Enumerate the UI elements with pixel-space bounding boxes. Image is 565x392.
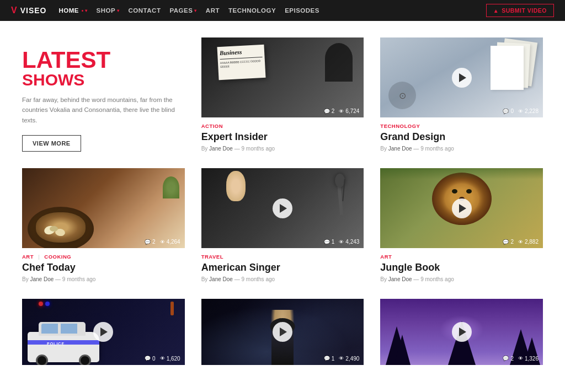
cards-row-2: 💬 2 👁 4,264 ART | COOKING Chef Today By … [22,168,543,282]
hero-description: Far far away, behind the word mountains,… [22,95,185,125]
card-title-grand-design[interactable]: Grand Design [380,131,543,143]
comment-icon-spy: 💬 [324,356,330,361]
play-button-police[interactable] [93,322,113,342]
nav-contact-label: CONTACT [129,7,161,14]
comment-count-jungle: 💬 2 [503,239,514,245]
view-count-spy: 👁 2,490 [339,356,359,362]
active-dot [82,10,83,12]
view-count-police: 👁 1,620 [160,356,180,362]
card-jungle-book: 💬 2 👁 2,882 ART Jungle Book By Jane Doe … [380,168,543,282]
card-meta-american-singer: By Jane Doe — 9 months ago [201,276,364,282]
card-title-american-singer[interactable]: American Singer [201,262,364,274]
nav-art[interactable]: ART [206,7,220,14]
comment-icon-forest: 💬 [503,356,509,361]
card-author-american-singer: Jane Doe [209,276,233,282]
eye-icon-spy: 👁 [339,356,344,361]
home-caret: ▾ [85,8,88,13]
nav-contact[interactable]: CONTACT [129,7,161,14]
nav-home-label: HOME [58,7,79,14]
nav-shop[interactable]: SHOP ▾ [96,7,119,14]
main-content: LATEST SHOWS Far far away, behind the wo… [0,21,565,392]
play-overlay-american-singer [201,168,364,248]
card-title-expert-insider[interactable]: Expert Insider [201,131,364,143]
nav-pages[interactable]: PAGES ▾ [169,7,196,14]
nav-technology[interactable]: TECHNOLOGY [228,7,276,14]
comment-count-spy: 💬 1 [324,356,335,362]
card-meta-jungle-book: By Jane Doe — 9 months ago [380,276,543,282]
card-category-grand-design: TECHNOLOGY [380,123,543,129]
nav-technology-label: TECHNOLOGY [228,7,276,14]
comment-count-singer: 💬 1 [324,239,335,245]
logo[interactable]: V VISEO [11,6,46,15]
thumb-stats-expert-insider: 💬 2 👁 6,724 [324,108,360,114]
comment-count-forest: 💬 2 [503,356,514,362]
card-category-chef-today: ART | COOKING [22,254,185,260]
card-expert-insider: Business AAAAA BBBBB CCCCC DDDDD EEEEE 💬… [201,37,364,152]
card-title-chef-today[interactable]: Chef Today [22,262,185,274]
comment-icon-jungle: 💬 [503,239,509,245]
upload-icon: ▲ [493,8,499,14]
play-overlay-police [22,299,185,365]
card-meta-expert-insider: By Jane Doe — 9 months ago [201,146,364,152]
play-button-grand-design[interactable] [452,68,472,88]
comment-count-police: 💬 0 [145,356,156,362]
comment-icon-police: 💬 [145,356,151,361]
view-count-jungle: 👁 2,882 [518,239,539,245]
cards-row-3: POLICE 💬 0 [22,299,543,365]
thumb-stats-forest: 💬 2 👁 1,326 [503,356,539,362]
navbar: V VISEO HOME ▾ SHOP ▾ CONTACT PAGES ▾ AR… [0,0,565,21]
nav-episodes[interactable]: EPISODES [285,7,319,14]
card-american-singer: 💬 1 👁 4,243 TRAVEL American Singer By Ja… [201,168,364,282]
card-time-grand-design: 9 months ago [420,146,454,152]
play-overlay-grand-design [380,37,543,117]
nav-links: HOME ▾ SHOP ▾ CONTACT PAGES ▾ ART TECHNO… [58,7,319,14]
thumb-stats-chef-today: 💬 2 👁 4,264 [145,239,180,245]
submit-video-button[interactable]: ▲ Submit Video [486,4,554,17]
play-overlay-expert-insider [201,37,364,117]
card-thumb-grand-design[interactable]: ⊙ 💬 0 👁 2,228 [380,37,543,117]
top-section: LATEST SHOWS Far far away, behind the wo… [22,37,543,152]
eye-icon-forest: 👁 [518,356,523,361]
play-button-forest[interactable] [452,322,472,342]
card-time-american-singer: 9 months ago [241,276,275,282]
card-author-chef-today: Jane Doe [30,276,54,282]
card-title-jungle-book[interactable]: Jungle Book [380,262,543,274]
card-thumb-expert-insider[interactable]: Business AAAAA BBBBB CCCCC DDDDD EEEEE 💬… [201,37,364,117]
card-meta-grand-design: By Jane Doe — 9 months ago [380,146,543,152]
nav-art-label: ART [206,7,220,14]
hero-shows: SHOWS [22,72,185,88]
card-thumb-police-show[interactable]: POLICE 💬 0 [22,299,185,365]
play-button-spy[interactable] [273,322,292,342]
nav-shop-label: SHOP [96,7,115,14]
pages-caret: ▾ [194,8,197,13]
comment-count: 💬 2 [324,108,335,114]
card-thumb-american-singer[interactable]: 💬 1 👁 4,243 [201,168,364,248]
card-category-expert-insider: ACTION [201,123,364,129]
eye-icon: 👁 [339,109,344,114]
shop-caret: ▾ [117,8,120,13]
hero-section: LATEST SHOWS Far far away, behind the wo… [22,37,185,152]
card-grand-design: ⊙ 💬 0 👁 2,228 TECHNOLOGY [380,37,543,152]
nav-pages-label: PAGES [169,7,193,14]
card-thumb-chef-today[interactable]: 💬 2 👁 4,264 [22,168,185,248]
view-count-singer: 👁 4,243 [339,239,359,245]
play-button-jungle-book[interactable] [452,198,472,218]
card-thumb-spy-girl[interactable]: 💬 1 👁 2,490 [201,299,364,365]
card-category-jungle-book: ART [380,254,543,260]
comment-icon-grand: 💬 [503,109,509,114]
view-count: 👁 6,724 [339,108,359,114]
card-thumb-forest-night[interactable]: 💬 2 👁 1,326 [380,299,543,365]
eye-icon-police: 👁 [160,356,165,361]
thumb-stats-american-singer: 💬 1 👁 4,243 [324,239,360,245]
nav-home[interactable]: HOME ▾ [58,7,87,14]
card-chef-today: 💬 2 👁 4,264 ART | COOKING Chef Today By … [22,168,185,282]
card-spy-girl: 💬 1 👁 2,490 [201,299,364,365]
play-button-american-singer[interactable] [273,198,292,218]
card-author-expert-insider: Jane Doe [209,146,233,152]
view-more-button[interactable]: View More [22,135,81,152]
comment-icon-chef: 💬 [145,239,151,245]
comment-icon-singer: 💬 [324,239,330,245]
view-count-grand: 👁 2,228 [518,108,539,114]
card-thumb-jungle-book[interactable]: 💬 2 👁 2,882 [380,168,543,248]
nav-right: ▲ Submit Video [486,4,554,17]
